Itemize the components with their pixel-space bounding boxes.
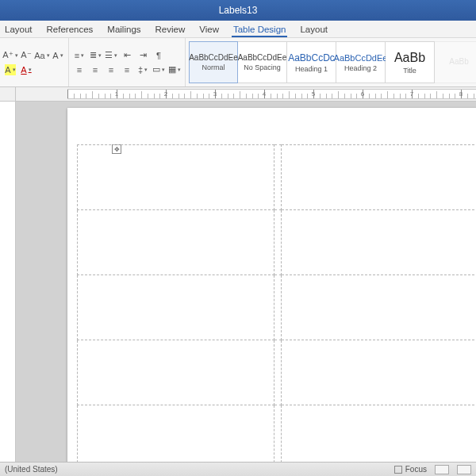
title-bar: Labels13 [0,0,476,21]
document-title: Labels13 [219,5,258,16]
label-cell[interactable] [78,405,274,463]
bullets-icon[interactable]: ≡ [74,50,85,61]
style-sample: AaBbCcDdEe [238,53,287,62]
tab-layout[interactable]: Layout [3,22,34,37]
indent-increase-icon[interactable]: ⇥ [137,50,148,61]
label-cell[interactable] [281,275,476,340]
print-layout-view-icon[interactable] [435,465,449,474]
style-no-spacing[interactable]: AaBbCcDdEeNo Spacing [238,41,287,83]
ruler-mark: 4 [263,90,266,98]
align-right-icon[interactable]: ≡ [106,64,117,75]
table-row [78,145,477,210]
vertical-ruler[interactable] [0,102,16,462]
label-cell[interactable] [281,145,476,210]
style-label: Normal [202,63,225,71]
label-cell[interactable] [281,340,476,405]
status-bar: (United States) Focus [0,462,476,476]
label-cell[interactable] [281,405,476,463]
style-label: Heading 2 [344,64,377,72]
horizontal-ruler[interactable]: 12345678 [67,89,476,99]
web-layout-view-icon[interactable] [457,465,471,474]
focus-label: Focus [405,465,427,474]
ruler-mark: 6 [361,90,364,98]
label-cell[interactable] [78,210,274,275]
paragraph-marks-icon[interactable]: ¶ [153,50,164,61]
ruler-mark: 5 [312,90,315,98]
document-canvas[interactable]: ✥ [16,102,476,462]
style-sample: AaBbCcDdEe [334,53,388,63]
focus-mode-button[interactable]: Focus [394,465,427,474]
style-more[interactable]: AaBb [435,41,476,83]
ruler-mark: 7 [410,90,413,98]
table-row [78,340,477,405]
style-heading-1[interactable]: AaBbCcDcHeading 1 [287,41,336,83]
font-group: A⁺ A⁻ Aa A A A [0,38,69,86]
ruler-mark: 3 [213,90,217,98]
align-center-icon[interactable]: ≡ [90,64,101,75]
justify-icon[interactable]: ≡ [121,64,132,75]
styles-gallery: AaBbCcDdEeNormalAaBbCcDdEeNo SpacingAaBb… [186,38,476,86]
change-case-icon[interactable]: Aa [36,50,48,61]
tab-review[interactable]: Review [154,22,187,37]
style-label: Heading 1 [295,65,328,73]
highlight-icon[interactable]: A [5,64,16,75]
ruler-mark: 8 [459,90,463,98]
align-left-icon[interactable]: ≡ [74,64,85,75]
style-title[interactable]: AaBbTitle [386,41,435,83]
style-normal[interactable]: AaBbCcDdEeNormal [189,41,238,83]
paragraph-group: ≡ ≣ ☰ ⇤ ⇥ ¶ ≡ ≡ ≡ ≡ ‡ ▭ ▦ [69,38,186,86]
indent-decrease-icon[interactable]: ⇤ [121,50,132,61]
style-heading-2[interactable]: AaBbCcDdEeHeading 2 [336,41,386,83]
tab-mailings[interactable]: Mailings [106,22,142,37]
label-cell[interactable] [78,145,274,210]
style-label: Title [403,67,416,75]
style-label: No Spacing [244,63,281,71]
font-color-icon[interactable]: A [21,64,32,75]
table-row [78,405,477,463]
page: ✥ [67,108,476,462]
ribbon: A⁺ A⁻ Aa A A A ≡ ≣ ☰ ⇤ ⇥ ¶ ≡ ≡ ≡ ≡ ‡ ▭ ▦… [0,38,476,87]
tab-table-design[interactable]: Table Design [232,22,287,37]
label-cell[interactable] [281,210,476,275]
numbering-icon[interactable]: ≣ [90,50,101,61]
line-spacing-icon[interactable]: ‡ [137,64,148,75]
ruler-row: 12345678 [0,87,476,102]
status-language[interactable]: (United States) [5,465,58,474]
clear-format-icon[interactable]: A [52,50,63,61]
table-row [78,210,477,275]
tab-references[interactable]: References [45,22,95,37]
shading-icon[interactable]: ▭ [153,64,164,75]
multilevel-icon[interactable]: ☰ [106,50,117,61]
label-cell[interactable] [78,340,274,405]
label-table[interactable] [77,144,476,462]
font-size-decrease-icon[interactable]: A⁻ [21,50,32,61]
tab-view[interactable]: View [198,22,221,37]
style-sample: AaBb [449,57,468,66]
focus-icon [394,466,402,474]
workspace: ✥ [0,102,476,462]
borders-icon[interactable]: ▦ [169,64,180,75]
ruler-mark: 2 [164,90,167,98]
style-sample: AaBbCcDdEe [189,53,238,62]
style-sample: AaBb [394,51,425,65]
ruler-corner [0,87,16,101]
tab-layout[interactable]: Layout [298,22,329,37]
style-sample: AaBbCcDc [288,52,335,63]
font-size-increase-icon[interactable]: A⁺ [5,50,16,61]
label-cell[interactable] [78,275,274,340]
ruler-mark: 1 [115,90,118,98]
table-row [78,275,477,340]
ribbon-tabs: LayoutReferencesMailingsReviewViewTable … [0,21,476,38]
